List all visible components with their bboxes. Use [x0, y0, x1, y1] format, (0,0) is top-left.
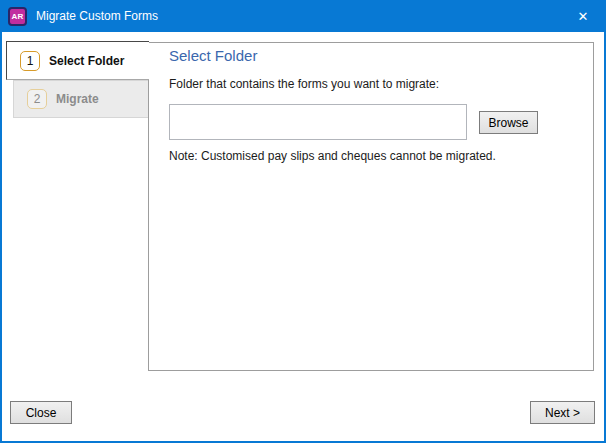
step-label: Migrate: [56, 92, 99, 106]
window-title: Migrate Custom Forms: [36, 9, 158, 23]
folder-path-input[interactable]: [169, 104, 467, 140]
close-button[interactable]: Close: [10, 401, 72, 424]
page-title: Select Folder: [169, 47, 257, 64]
step-label: Select Folder: [49, 54, 124, 68]
step-number-badge: 2: [27, 89, 47, 109]
window-border-left: [0, 32, 2, 443]
step-tab-migrate[interactable]: 2 Migrate: [13, 80, 148, 118]
folder-path-label: Folder that contains the forms you want …: [169, 77, 439, 91]
select-folder-panel: Select Folder Folder that contains the f…: [148, 42, 594, 371]
migrate-custom-forms-dialog: AR Migrate Custom Forms ✕ 1 Select Folde…: [0, 0, 606, 443]
migration-note: Note: Customised pay slips and cheques c…: [169, 149, 496, 163]
title-bar: AR Migrate Custom Forms ✕: [0, 0, 606, 32]
browse-button[interactable]: Browse: [479, 111, 538, 134]
next-button[interactable]: Next >: [530, 401, 595, 424]
step-number-badge: 1: [20, 51, 40, 71]
step-tab-select-folder[interactable]: 1 Select Folder: [6, 41, 149, 80]
close-icon[interactable]: ✕: [560, 0, 606, 32]
accountright-app-icon: AR: [8, 7, 27, 26]
